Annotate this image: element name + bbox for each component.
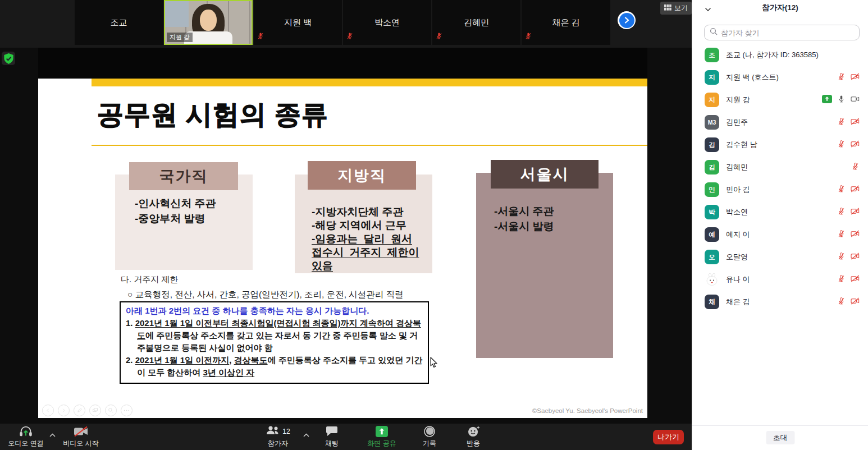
text-line: -지방자치단체 주관: [312, 205, 419, 219]
invite-button[interactable]: 초대: [766, 431, 794, 444]
share-screen-label: 화면 공유: [367, 439, 396, 448]
participant-tile-name: 조교: [75, 17, 163, 28]
start-video-button[interactable]: 비디오 시작: [58, 425, 103, 448]
participant-status-icons: [851, 162, 860, 173]
video-strip: 조교 지원 강 지원 백 박소연 김혜민 채은 김: [0, 0, 692, 48]
participant-row[interactable]: 지 지원 강: [692, 89, 868, 111]
column-national-text: -인사혁신처 주관 -중앙부처 발령: [135, 196, 216, 226]
participants-label: 참가자: [268, 439, 288, 448]
participant-tile-name: 김혜민: [432, 17, 520, 28]
mouse-cursor: [430, 357, 438, 370]
participant-row[interactable]: 김 김수현 남: [692, 134, 868, 156]
camera-off-icon: [851, 207, 860, 218]
column-local-header: 지방직: [308, 161, 416, 190]
video-tile[interactable]: 조교: [75, 0, 163, 45]
participant-name: 박소연: [726, 207, 748, 217]
participant-row[interactable]: 채 채은 김: [692, 291, 868, 313]
avatar: 예: [705, 227, 719, 242]
more-options-icon: [121, 405, 133, 416]
column-national-header: 국가직: [129, 162, 238, 190]
reactions-smiley-icon: [467, 425, 480, 438]
avatar: 지: [705, 93, 719, 107]
slide-yellow-bar: [92, 79, 647, 86]
headset-icon: [18, 425, 34, 438]
video-tile-active-speaker[interactable]: 지원 강: [164, 0, 253, 45]
avatar: 채: [705, 295, 719, 309]
participants-icon: [266, 425, 280, 437]
participant-status-icons: [837, 117, 860, 128]
participant-row[interactable]: 민 민아 김: [692, 178, 868, 201]
participant-name: 오달영: [726, 252, 748, 262]
security-shield-icon[interactable]: [2, 52, 15, 65]
mic-muted-icon: [837, 274, 846, 285]
share-screen-button[interactable]: 화면 공유: [358, 425, 405, 448]
mic-on-icon: [837, 95, 846, 105]
reactions-button[interactable]: 반응: [455, 425, 492, 448]
screen-sharing-badge-icon: [822, 95, 832, 105]
participant-row[interactable]: 박 박소연: [692, 201, 868, 223]
avatar: 김: [705, 160, 719, 175]
participant-status-icons: [837, 252, 860, 263]
participant-row[interactable]: 예 예지 이: [692, 223, 868, 246]
participant-row[interactable]: 지 지원 백 (호스트): [692, 66, 868, 89]
text-line-underlined: 있음: [312, 259, 419, 273]
participant-tile-name: 박소연: [343, 17, 431, 28]
join-audio-button[interactable]: 오디오 연결: [2, 425, 49, 448]
avatar: 조: [705, 48, 719, 62]
participant-search[interactable]: [704, 25, 860, 40]
video-tile[interactable]: 지원 백: [254, 0, 342, 45]
participant-status-icons: [837, 297, 860, 307]
avatar-rabbit-image: [705, 272, 719, 287]
participants-panel: 참가자(12) 조 조교 (나, 참가자 ID: 363585) 지 지원 백 …: [692, 0, 868, 450]
slides-overview-icon: [89, 405, 101, 416]
slide-title: 공무원 시험의 종류: [97, 97, 328, 132]
participant-name: 김혜민: [726, 162, 748, 172]
mic-muted-icon: [837, 207, 846, 218]
column-seoul-body: [476, 173, 613, 358]
camera-off-icon: [73, 425, 89, 438]
participant-row[interactable]: M3 김민주: [692, 111, 868, 134]
chat-button[interactable]: 채팅: [313, 425, 350, 448]
participant-tile-name: 지원 강: [167, 33, 193, 42]
record-button[interactable]: 기록: [411, 425, 448, 448]
mic-muted-icon: [837, 297, 846, 307]
text-line-underlined: 접수시 거주지 제한이: [312, 246, 419, 259]
search-icon: [710, 27, 718, 38]
avatar: 민: [705, 182, 719, 197]
mic-muted-icon: [837, 72, 846, 83]
participant-row[interactable]: 조 조교 (나, 참가자 ID: 363585): [692, 44, 868, 66]
magnifier-icon: [105, 405, 117, 416]
participants-button[interactable]: 12 참가자: [255, 425, 300, 448]
search-input[interactable]: [721, 29, 859, 37]
video-tile[interactable]: 채은 김: [522, 0, 610, 45]
next-slide-icon: [58, 405, 70, 416]
view-button-label: 보기: [674, 3, 688, 13]
camera-off-icon: [851, 72, 860, 83]
participant-row[interactable]: 오 오달영: [692, 246, 868, 268]
participants-options-chevron[interactable]: [303, 429, 309, 439]
participant-status-icons: [837, 229, 860, 240]
requirement-item-2: 2. 2021년 1월 1일 이전까지, 경상북도에 주민등록상 주소지를 두고…: [126, 354, 423, 379]
mic-muted-icon: [346, 32, 354, 42]
view-mode-button[interactable]: 보기: [660, 2, 692, 15]
audio-options-chevron[interactable]: [49, 429, 56, 439]
next-videos-button[interactable]: [618, 11, 636, 29]
participant-status-icons: [837, 207, 860, 218]
shared-slide: 공무원 시험의 종류 국가직 -인사혁신처 주관 -중앙부처 발령 지방직 -지…: [38, 48, 647, 418]
share-screen-icon: [376, 425, 388, 438]
slide-divider-line: [92, 145, 647, 146]
participant-status-icons: [837, 72, 860, 83]
avatar: M3: [705, 115, 719, 130]
participant-row[interactable]: 유나 이: [692, 268, 868, 291]
leave-meeting-button[interactable]: 나가기: [653, 430, 684, 444]
video-tile[interactable]: 김혜민: [432, 0, 520, 45]
camera-off-icon: [851, 117, 860, 128]
participant-name: 채은 김: [726, 297, 750, 307]
speaker-face: [200, 10, 217, 31]
video-tile[interactable]: 박소연: [343, 0, 431, 45]
column-seoul-header: 서울시: [491, 160, 599, 189]
mic-muted-icon: [837, 252, 846, 263]
camera-off-icon: [851, 140, 860, 150]
mic-muted-icon: [837, 229, 846, 240]
participant-row[interactable]: 김 김혜민: [692, 156, 868, 178]
